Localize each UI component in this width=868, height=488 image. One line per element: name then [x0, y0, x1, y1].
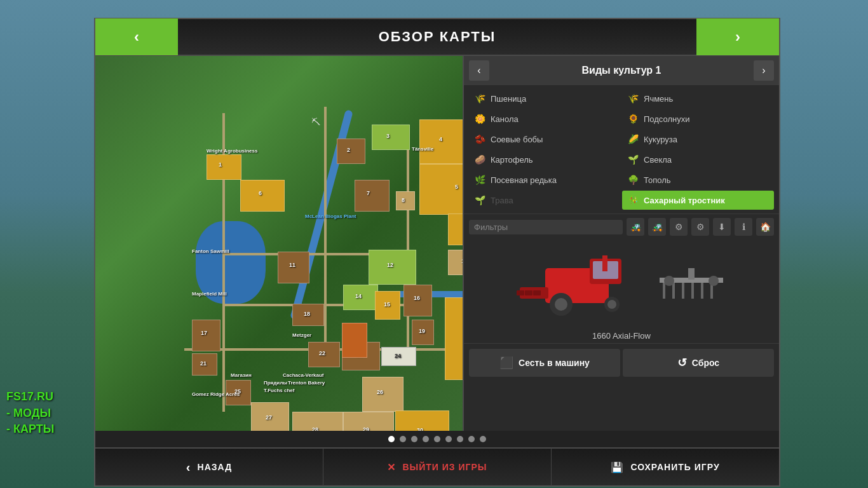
- field-1: 1: [207, 154, 241, 180]
- watermark: FS17.RU - МОДЫ - КАРТЫ: [6, 389, 54, 437]
- crop-sunflower[interactable]: 🌻 Подсолнухи: [622, 109, 774, 128]
- label-fuchs: T.Fuchs chef: [264, 388, 294, 393]
- dot-7[interactable]: [457, 436, 463, 442]
- label-bakery: Trenton Bakery: [288, 380, 325, 386]
- corn-icon: 🌽: [626, 132, 640, 146]
- field-18: 18: [292, 304, 324, 326]
- filter-download-icon[interactable]: ⬇: [713, 218, 731, 236]
- footer-bar: ‹ НАЗАД ✕ ВЫЙТИ ИЗ ИГРЫ 💾 СОХРАНИТЬ ИГРУ: [95, 447, 779, 485]
- svg-point-6: [607, 300, 616, 309]
- svg-rect-17: [701, 283, 703, 299]
- turnip-icon: 🌿: [473, 173, 487, 187]
- field-29: 29: [343, 412, 394, 431]
- back-button[interactable]: ‹ НАЗАД: [95, 448, 323, 486]
- road-v2: [324, 107, 327, 348]
- poplar-icon: 🌳: [626, 173, 640, 187]
- field-22: 22: [308, 342, 340, 367]
- prev-arrow-icon: ‹: [134, 28, 139, 46]
- dot-6[interactable]: [445, 436, 452, 442]
- field-14: 14: [343, 285, 378, 310]
- field-4: 4: [419, 119, 464, 164]
- board-label: Сесть в машину: [519, 358, 590, 368]
- next-map-button[interactable]: ›: [696, 18, 779, 55]
- prev-map-button[interactable]: ‹: [95, 18, 178, 55]
- crop-sugarcane[interactable]: 🎋 Сахарный тростник: [622, 191, 774, 210]
- crop-beet-label: Свекла: [644, 155, 672, 165]
- field-24: 24: [381, 347, 416, 366]
- barley-icon: 🌾: [626, 92, 640, 105]
- dot-3[interactable]: [411, 436, 417, 442]
- content-area: 1 2 3 4 5 6 7 8 9 11 12 13 14 15 16 17 1…: [95, 56, 779, 431]
- prev-crops-button[interactable]: ‹: [469, 60, 489, 81]
- filters-row: Фильтры 🚜 🚜 ⚙ ⚙ ⬇ ℹ 🏠: [464, 214, 779, 240]
- board-icon: ⬛: [499, 356, 513, 370]
- filter-tractor-icon[interactable]: 🚜: [627, 218, 644, 236]
- crop-grass-label: Трава: [491, 196, 513, 205]
- sugarcane-icon: 🎋: [626, 193, 640, 207]
- vehicle-image: [513, 252, 641, 316]
- header-bar: ‹ ОБЗОР КАРТЫ ›: [95, 19, 779, 56]
- filter-home-icon[interactable]: 🏠: [756, 218, 774, 236]
- svg-point-21: [709, 276, 719, 286]
- filter-label: Фильтры: [469, 220, 623, 234]
- crop-beet[interactable]: 🌱 Свекла: [622, 150, 774, 169]
- reset-label: Сброс: [692, 358, 719, 368]
- crop-soybean[interactable]: 🫘 Соевые бобы: [469, 130, 621, 149]
- field-12: 12: [369, 250, 416, 285]
- dot-4[interactable]: [423, 436, 429, 442]
- save-button[interactable]: 💾 СОХРАНИТЬ ИГРУ: [552, 448, 779, 486]
- dot-5[interactable]: [434, 436, 440, 442]
- svg-rect-14: [672, 283, 675, 299]
- field-5: 5: [419, 164, 464, 215]
- next-crops-button[interactable]: ›: [754, 60, 774, 81]
- save-disk-icon: 💾: [611, 461, 624, 473]
- next-crops-icon: ›: [762, 65, 765, 76]
- field-26: 26: [362, 377, 403, 412]
- crop-wheat[interactable]: 🌾 Пшеница: [469, 89, 621, 108]
- svg-rect-10: [525, 290, 532, 295]
- reset-vehicle-button[interactable]: ↺ Сброс: [623, 349, 774, 377]
- svg-rect-19: [688, 268, 695, 280]
- label-shop: Магазин: [231, 372, 252, 378]
- crop-wheat-label: Пшеница: [491, 94, 526, 104]
- field-27: 27: [251, 402, 289, 431]
- dot-9[interactable]: [480, 436, 486, 442]
- vehicle-name: 1660 Axial-Flow: [464, 329, 779, 343]
- crop-grass[interactable]: 🌱 Трава: [469, 191, 621, 210]
- map-area: 1 2 3 4 5 6 7 8 9 11 12 13 14 15 16 17 1…: [95, 56, 464, 431]
- field-2: 2: [337, 139, 365, 164]
- filter-gear-icon[interactable]: ⚙: [670, 218, 688, 236]
- filter-info-icon[interactable]: ℹ: [735, 218, 752, 236]
- crop-barley[interactable]: 🌾 Ячмень: [622, 89, 774, 108]
- quit-button[interactable]: ✕ ВЫЙТИ ИЗ ИГРЫ: [323, 448, 552, 486]
- crop-poplar[interactable]: 🌳 Тополь: [622, 170, 774, 189]
- page-title: ОБЗОР КАРТЫ: [178, 29, 696, 45]
- label-cachaca: Cachaca-Verkauf: [283, 372, 323, 378]
- prev-crops-icon: ‹: [477, 65, 480, 76]
- crop-canola[interactable]: 🌼 Канола: [469, 109, 621, 128]
- crop-potato[interactable]: 🥔 Картофель: [469, 150, 621, 169]
- svg-rect-9: [517, 290, 524, 295]
- save-label: СОХРАНИТЬ ИГРУ: [630, 462, 719, 472]
- crop-corn[interactable]: 🌽 Кукуруза: [622, 130, 774, 149]
- svg-rect-7: [602, 255, 607, 271]
- dots-area: [95, 431, 779, 447]
- label-norge: NorgeCres Pacific Grain: [463, 253, 464, 259]
- crop-canola-label: Канола: [491, 114, 519, 124]
- reset-icon: ↺: [677, 356, 687, 370]
- field-7: 7: [355, 180, 390, 212]
- field-3: 3: [372, 125, 410, 150]
- crop-soybean-label: Соевые бобы: [491, 135, 543, 144]
- main-dialog: ‹ ОБЗОР КАРТЫ › 1 2 3: [94, 18, 780, 487]
- filter-gear2-icon[interactable]: ⚙: [691, 218, 709, 236]
- svg-point-20: [664, 276, 674, 286]
- dot-8[interactable]: [468, 436, 475, 442]
- dot-1[interactable]: [388, 436, 395, 442]
- road-v3: [407, 145, 409, 348]
- svg-rect-13: [663, 283, 665, 299]
- crop-turnip[interactable]: 🌿 Посевная редька: [469, 170, 621, 189]
- filter-tractor2-icon[interactable]: 🚜: [648, 218, 666, 236]
- crop-potato-label: Картофель: [491, 155, 533, 165]
- board-vehicle-button[interactable]: ⬛ Сесть в машину: [469, 349, 620, 377]
- dot-2[interactable]: [400, 436, 406, 442]
